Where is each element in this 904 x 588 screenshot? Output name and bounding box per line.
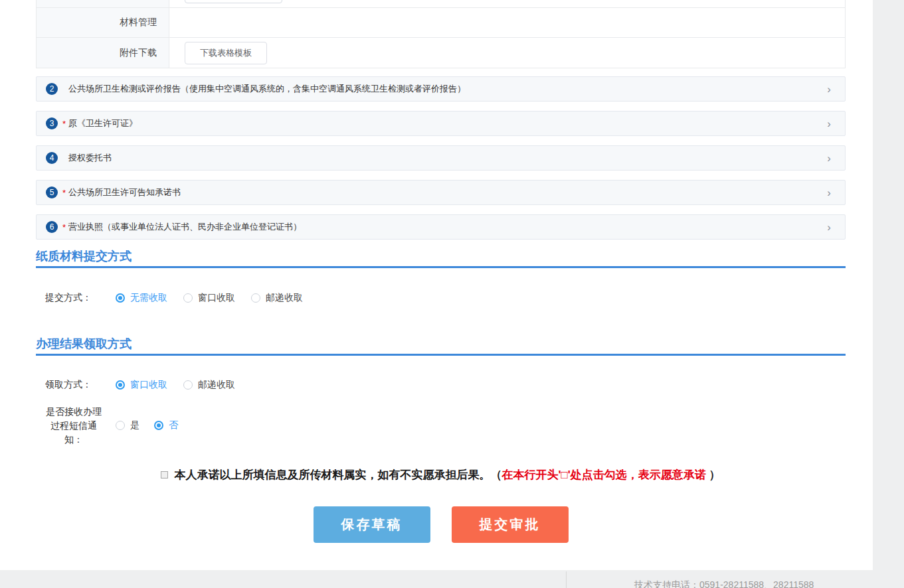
item-number-badge: 6 <box>46 221 58 233</box>
radio-label[interactable]: 窗口收取 <box>198 292 235 304</box>
material-item-3[interactable]: 3 * 原《卫生许可证》 › <box>36 111 846 136</box>
table-row-content <box>169 8 845 37</box>
radio-mail-collect[interactable]: 邮递收取 <box>251 292 303 304</box>
required-star: * <box>62 188 67 198</box>
radio-no-collect[interactable]: 无需收取 <box>116 292 167 304</box>
material-item-label: 授权委托书 <box>68 152 112 164</box>
item-number-badge: 2 <box>46 83 58 95</box>
radio-unselected-icon[interactable] <box>183 293 193 303</box>
screen: 材料管理 附件下载 下载表格模板 2 公共场所卫生检测或评价报告（使用集中空调通… <box>0 0 904 588</box>
upload-table: 材料管理 附件下载 下载表格模板 <box>36 0 846 68</box>
radio-unselected-icon[interactable] <box>183 380 193 390</box>
promise-text-red: 在本行开头'□'处点击勾选，表示愿意承诺 <box>501 469 709 481</box>
material-item-2[interactable]: 2 公共场所卫生检测或评价报告（使用集中空调通风系统的，含集中空调通风系统卫生检… <box>36 76 846 102</box>
radio-mail-pickup[interactable]: 邮递收取 <box>183 379 235 391</box>
radio-sms-no[interactable]: 否 <box>154 419 178 431</box>
radio-label[interactable]: 无需收取 <box>130 292 167 304</box>
material-item-label: 公共场所卫生检测或评价报告（使用集中空调通风系统的，含集中空调通风系统卫生检测或… <box>68 83 466 95</box>
promise-text: 本人承诺以上所填信息及所传材料属实，如有不实愿承担后果。（ <box>174 469 501 481</box>
chevron-right-icon[interactable]: › <box>827 187 831 198</box>
form-page: 材料管理 附件下载 下载表格模板 2 公共场所卫生检测或评价报告（使用集中空调通… <box>0 0 873 570</box>
truncated-input[interactable] <box>185 0 282 3</box>
table-row-content <box>169 0 845 7</box>
section-underline <box>36 266 846 268</box>
material-item-6[interactable]: 6 * 营业执照（或事业单位法人证书、民办非企业单位登记证书） › <box>36 214 846 240</box>
footer-support-phone: 技术支持电话：0591-28211588、28211588 <box>634 579 814 588</box>
footer-divider <box>566 571 567 588</box>
paper-section-title: 纸质材料提交方式 <box>36 248 132 264</box>
radio-sms-yes[interactable]: 是 <box>116 419 139 431</box>
material-item-label: 原《卫生许可证》 <box>68 117 137 129</box>
radio-selected-icon[interactable] <box>116 293 125 303</box>
download-template-button[interactable]: 下载表格模板 <box>185 42 267 64</box>
section-underline <box>36 354 846 356</box>
radio-label[interactable]: 邮递收取 <box>266 292 303 304</box>
promise-statement: 本人承诺以上所填信息及所传材料属实，如有不实愿承担后果。（在本行开头'□'处点击… <box>36 467 846 482</box>
attachment-download-label: 附件下载 <box>37 38 169 68</box>
material-item-label: 公共场所卫生许可告知承诺书 <box>68 186 181 198</box>
item-number-badge: 5 <box>46 186 58 198</box>
required-star: * <box>62 222 67 232</box>
promise-text-close: ） <box>709 469 721 481</box>
save-draft-button[interactable]: 保存草稿 <box>314 506 430 543</box>
radio-label[interactable]: 邮递收取 <box>198 379 235 391</box>
item-number-badge: 3 <box>46 117 58 129</box>
submit-method-label: 提交方式： <box>45 292 112 304</box>
material-item-5[interactable]: 5 * 公共场所卫生许可告知承诺书 › <box>36 180 846 205</box>
pickup-method-row: 领取方式： 窗口收取 邮递收取 <box>45 379 235 391</box>
radio-selected-icon[interactable] <box>116 380 125 390</box>
sms-notify-row: 是 否 <box>116 419 178 431</box>
radio-selected-icon[interactable] <box>154 421 163 430</box>
item-number-badge: 4 <box>46 152 58 164</box>
table-row: 材料管理 <box>37 8 845 38</box>
radio-window-pickup[interactable]: 窗口收取 <box>116 379 167 391</box>
required-star: * <box>62 119 67 129</box>
sms-notify-label: 是否接收办理过程短信通知： <box>45 405 103 447</box>
radio-unselected-icon[interactable] <box>116 421 125 430</box>
pickup-method-label: 领取方式： <box>45 379 112 391</box>
material-item-4[interactable]: 4 授权委托书 › <box>36 145 846 171</box>
chevron-right-icon[interactable]: › <box>827 222 831 233</box>
radio-unselected-icon[interactable] <box>251 293 260 303</box>
action-buttons: 保存草稿 提交审批 <box>36 506 846 543</box>
submit-method-row: 提交方式： 无需收取 窗口收取 邮递收取 <box>45 292 303 304</box>
radio-label[interactable]: 否 <box>169 419 178 431</box>
chevron-right-icon[interactable]: › <box>827 118 831 129</box>
table-row-label <box>37 0 169 7</box>
material-manage-label: 材料管理 <box>37 8 169 37</box>
chevron-right-icon[interactable]: › <box>827 84 831 95</box>
chevron-right-icon[interactable]: › <box>827 153 831 164</box>
material-item-label: 营业执照（或事业单位法人证书、民办非企业单位登记证书） <box>68 221 302 233</box>
radio-window-collect[interactable]: 窗口收取 <box>183 292 235 304</box>
table-row-content: 下载表格模板 <box>169 38 845 68</box>
table-row: 附件下载 下载表格模板 <box>37 38 845 68</box>
radio-label[interactable]: 是 <box>130 419 139 431</box>
table-row-truncated <box>37 0 845 8</box>
submit-approval-button[interactable]: 提交审批 <box>452 506 569 543</box>
promise-checkbox[interactable] <box>161 471 168 478</box>
result-section-title: 办理结果领取方式 <box>36 336 132 352</box>
radio-label[interactable]: 窗口收取 <box>130 379 167 391</box>
